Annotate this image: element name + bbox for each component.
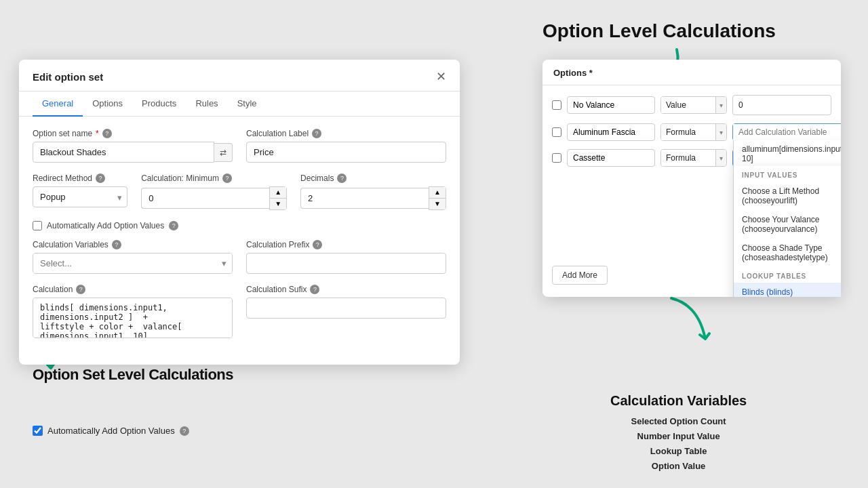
- calc-suffix-label: Calculation Sufix: [246, 285, 307, 294]
- option-type-0[interactable]: Value Formula: [661, 97, 715, 113]
- decimals-input[interactable]: [300, 188, 429, 209]
- calc-var-item-3: Option Value: [610, 459, 747, 474]
- option-value-wrapper-0: ▲ ▼: [732, 95, 831, 115]
- option-type-1[interactable]: Value Formula: [661, 124, 715, 140]
- edit-dialog: Edit option set ✕ General Options Produc…: [19, 60, 460, 365]
- calc-variable-dropdown: INPUT VALUES Choose a Lift Method (choos…: [733, 166, 841, 297]
- calc-label-input[interactable]: [246, 142, 446, 163]
- dropdown-item-valance[interactable]: Choose Your Valance (chooseyourvalance): [734, 210, 841, 239]
- calc-min-input[interactable]: [141, 188, 269, 209]
- option-type-2[interactable]: Value Formula: [661, 150, 715, 166]
- option-type-arrow-0: ▾: [715, 97, 726, 113]
- right-heading: Option Level Calculations: [542, 20, 776, 42]
- calc-variables-heading: Calculation Variables: [610, 393, 747, 409]
- calc-var-item-0: Selected Option Count: [610, 414, 747, 429]
- dialog-title: Edit option set: [33, 71, 103, 83]
- auto-add-label-bottom: Automatically Add Option Values: [47, 426, 175, 436]
- option-calc-wrapper-1: ▾ alluminum[dimensions.input1, 10]: [732, 123, 841, 141]
- option-set-name-icon-btn[interactable]: ⇄: [214, 143, 233, 162]
- options-title: Options *: [553, 68, 593, 78]
- calc-min-stepper: ▲ ▼: [269, 186, 287, 210]
- dialog-header: Edit option set ✕: [19, 60, 460, 92]
- redirect-method-help[interactable]: ?: [96, 174, 105, 183]
- calc-variables-arrow: ▾: [216, 253, 232, 273]
- redirect-method-label: Redirect Method: [33, 174, 92, 183]
- dialog-tabs: General Options Products Rules Style: [19, 92, 460, 117]
- tab-products[interactable]: Products: [132, 92, 186, 117]
- option-checkbox-1[interactable]: [552, 127, 561, 137]
- calc-min-down[interactable]: ▼: [270, 199, 286, 209]
- decimals-label: Decimals: [300, 174, 334, 183]
- input-values-label: INPUT VALUES: [734, 166, 841, 182]
- option-name-1[interactable]: [567, 123, 655, 141]
- options-header: Options *: [542, 60, 841, 85]
- calc-min-label: Calculation: Minimum: [141, 174, 219, 183]
- auto-add-checkbox-bottom[interactable]: [33, 426, 43, 436]
- option-checkbox-0[interactable]: [552, 100, 561, 110]
- calc-variables-section: Calculation Variables Selected Option Co…: [610, 393, 747, 474]
- calc-prefix-label: Calculation Prefix: [246, 240, 309, 249]
- required-star: *: [96, 129, 99, 138]
- calc-min-up[interactable]: ▲: [270, 187, 286, 199]
- calc-variables-help[interactable]: ?: [112, 240, 121, 249]
- calc-suffix-help[interactable]: ?: [310, 285, 319, 294]
- tab-general[interactable]: General: [33, 92, 83, 117]
- dropdown-item-blinds[interactable]: Blinds (blinds): [734, 283, 841, 297]
- option-name-2[interactable]: [567, 149, 655, 167]
- option-row-1: Value Formula ▾ ▾ alluminum[dimensions.i…: [542, 119, 841, 145]
- calc-label-label: Calculation Label: [246, 129, 309, 138]
- calc-min-help[interactable]: ?: [222, 174, 232, 183]
- calc-variables-input[interactable]: [33, 253, 216, 273]
- calc-variables-label: Calculation Variables: [33, 240, 108, 249]
- option-row-0: Value Formula ▾ ▲ ▼: [542, 91, 841, 119]
- option-type-select-2: Value Formula ▾: [660, 149, 727, 167]
- calc-variables-select-wrapper: ▾: [33, 253, 233, 274]
- add-more-button[interactable]: Add More: [552, 266, 608, 285]
- dropdown-item-lift[interactable]: Choose a Lift Method (chooseyourlift): [734, 182, 841, 210]
- lookup-tables-label: LOOKUP TABLES: [734, 267, 841, 283]
- tab-rules[interactable]: Rules: [186, 92, 227, 117]
- option-set-name-input[interactable]: [33, 142, 214, 163]
- auto-add-row: Automatically Add Option Values ?: [33, 221, 446, 230]
- tab-options[interactable]: Options: [83, 92, 132, 117]
- calc-suffix-input[interactable]: [246, 298, 446, 319]
- option-value-0[interactable]: [733, 97, 831, 113]
- auto-add-help[interactable]: ?: [169, 221, 178, 230]
- decimals-up[interactable]: ▲: [429, 187, 446, 199]
- calculation-textarea[interactable]: [33, 298, 233, 338]
- help-icon-bottom: ?: [180, 426, 189, 436]
- redirect-method-select[interactable]: Popup Page None: [33, 186, 127, 207]
- close-button[interactable]: ✕: [436, 70, 446, 83]
- option-set-name-help[interactable]: ?: [102, 129, 112, 138]
- tab-style[interactable]: Style: [228, 92, 267, 117]
- calc-prefix-help[interactable]: ?: [313, 240, 322, 249]
- auto-add-label: Automatically Add Option Values: [47, 221, 164, 230]
- option-type-select-0: Value Formula ▾: [660, 96, 727, 114]
- calc-var-item-1: Number Input Value: [610, 429, 747, 444]
- calculation-help[interactable]: ?: [76, 285, 85, 294]
- option-checkbox-2[interactable]: [552, 153, 561, 163]
- calc-prefix-input[interactable]: [246, 253, 446, 274]
- options-body: Value Formula ▾ ▲ ▼ Value Formula: [542, 85, 841, 297]
- option-set-name-label: Option set name: [33, 129, 92, 138]
- option-calc-input-1[interactable]: [733, 124, 841, 140]
- option-type-arrow-1: ▾: [715, 124, 726, 140]
- option-type-select-1: Value Formula ▾: [660, 123, 727, 141]
- decimals-down[interactable]: ▼: [429, 199, 446, 209]
- calc-label-help[interactable]: ?: [312, 129, 321, 138]
- calculation-label: Calculation: [33, 285, 73, 294]
- calc-var-item-2: Lookup Table: [610, 444, 747, 459]
- options-panel: Options * Value Formula ▾ ▲ ▼: [542, 60, 841, 297]
- dropdown-formula-item[interactable]: alluminum[dimensions.input1, 10]: [734, 140, 841, 167]
- decimals-stepper: ▲ ▼: [429, 186, 446, 210]
- decimals-help[interactable]: ?: [337, 174, 347, 183]
- option-name-0[interactable]: [567, 96, 655, 114]
- option-type-arrow-2: ▾: [715, 150, 726, 166]
- dropdown-item-shade[interactable]: Choose a Shade Type (choseashadestyletyp…: [734, 239, 841, 267]
- auto-add-checkbox[interactable]: [33, 221, 42, 230]
- right-arrow-bottom: [665, 291, 719, 346]
- dialog-body: Option set name * ? ⇄ Calculation Label …: [19, 117, 460, 365]
